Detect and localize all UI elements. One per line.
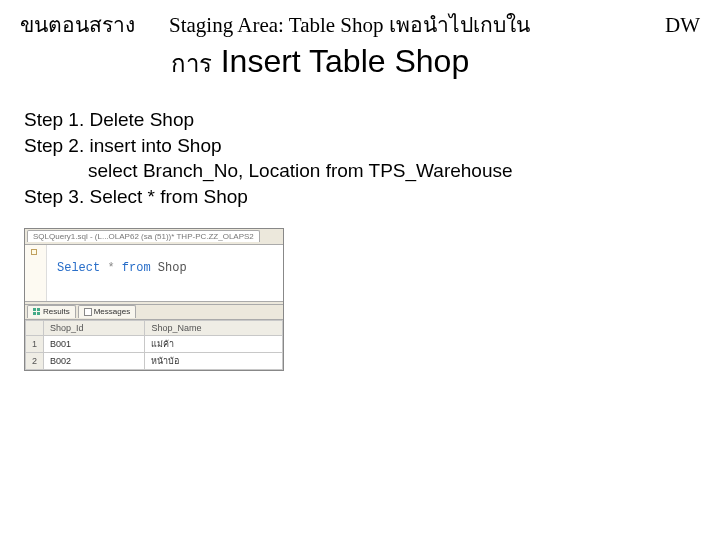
- row-number: 1: [26, 335, 44, 352]
- step-1: Step 1. Delete Shop: [24, 107, 700, 133]
- kw-from: from: [122, 261, 151, 275]
- title-right: DW: [665, 13, 700, 38]
- results-grid-icon: [33, 308, 41, 316]
- editor-tab[interactable]: SQLQuery1.sql - (L...OLAP62 (sa (51))* T…: [27, 230, 260, 242]
- col-shop-name[interactable]: Shop_Name: [145, 320, 283, 335]
- table-row[interactable]: 1 B001 แม่ค้า: [26, 335, 283, 352]
- steps-block: Step 1. Delete Shop Step 2. insert into …: [20, 107, 700, 210]
- subtitle: การ Insert Table Shop: [20, 43, 700, 83]
- result-tabbar: Results Messages: [25, 305, 283, 320]
- row-number: 2: [26, 352, 44, 369]
- step-3: Step 3. Select * from Shop: [24, 184, 700, 210]
- cell-shop-name: หน้าบ้อ: [145, 352, 283, 369]
- sql-code[interactable]: Select * from Shop: [47, 245, 283, 301]
- title-center: Staging Area: Table Shop เพอนำไปเกบใน: [135, 8, 665, 41]
- editor-tabbar: SQLQuery1.sql - (L...OLAP62 (sa (51))* T…: [25, 229, 283, 245]
- subtitle-main: Insert Table Shop: [221, 43, 469, 79]
- subtitle-thai: การ: [171, 51, 212, 77]
- grid-corner: [26, 320, 44, 335]
- tab-messages-label: Messages: [94, 307, 130, 316]
- tab-results[interactable]: Results: [27, 305, 76, 318]
- step-2-detail: select Branch_No, Location from TPS_Ware…: [24, 158, 700, 184]
- editor-gutter: [25, 245, 47, 301]
- breakpoint-marker-icon: [31, 249, 37, 255]
- star-token: *: [107, 261, 114, 275]
- cell-shop-name: แม่ค้า: [145, 335, 283, 352]
- cell-shop-id: B002: [44, 352, 145, 369]
- table-row[interactable]: 2 B002 หน้าบ้อ: [26, 352, 283, 369]
- tbl-name: Shop: [158, 261, 187, 275]
- tab-messages[interactable]: Messages: [78, 305, 136, 318]
- table-header-row: Shop_Id Shop_Name: [26, 320, 283, 335]
- results-grid: Shop_Id Shop_Name 1 B001 แม่ค้า 2 B002 ห…: [25, 320, 283, 370]
- title-left: ขนตอนสราง: [20, 8, 135, 41]
- sql-ide-screenshot: SQLQuery1.sql - (L...OLAP62 (sa (51))* T…: [24, 228, 284, 371]
- step-2: Step 2. insert into Shop: [24, 133, 700, 159]
- title-row: ขนตอนสราง Staging Area: Table Shop เพอนำ…: [20, 8, 700, 41]
- col-shop-id[interactable]: Shop_Id: [44, 320, 145, 335]
- cell-shop-id: B001: [44, 335, 145, 352]
- tab-results-label: Results: [43, 307, 70, 316]
- kw-select: Select: [57, 261, 100, 275]
- messages-icon: [84, 308, 92, 316]
- editor-pane: Select * from Shop: [25, 245, 283, 301]
